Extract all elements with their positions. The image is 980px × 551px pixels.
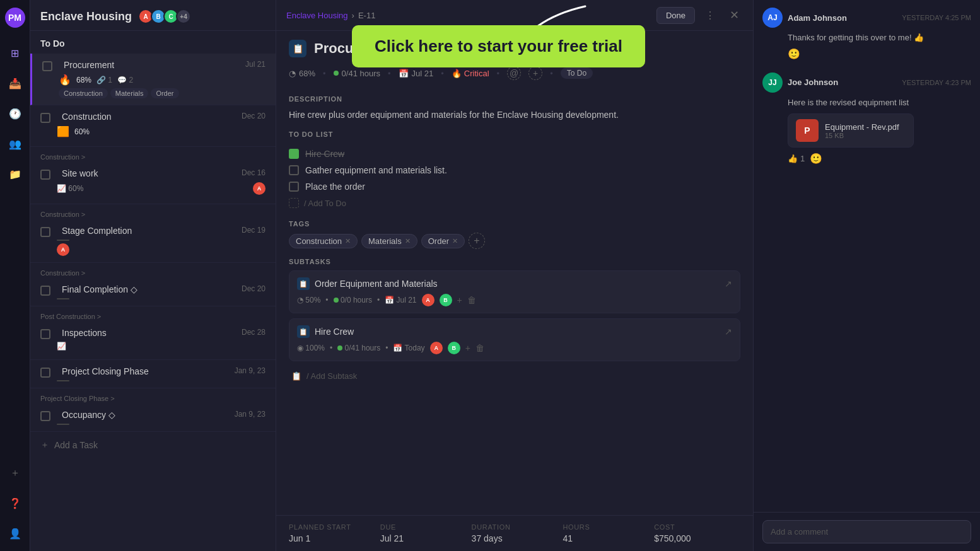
todo-list: Hire Crew Gather equipment and materials… bbox=[289, 146, 740, 211]
todo-item-hire-crew: Hire Crew bbox=[289, 146, 740, 162]
subtask-add-1[interactable]: + bbox=[457, 295, 462, 305]
todo-cb-hire-crew[interactable] bbox=[289, 149, 299, 159]
add-task-icon: ＋ bbox=[40, 439, 49, 451]
progress-construction: 60% bbox=[74, 127, 90, 136]
attachment-card[interactable]: P Equipment - Rev.pdf 15 KB bbox=[788, 113, 914, 148]
task-item-stage-completion[interactable]: Stage Completion Dec 19 A bbox=[30, 219, 276, 263]
attach-info: Equipment - Rev.pdf 15 KB bbox=[825, 122, 899, 139]
subtask-delete-1[interactable]: 🗑 bbox=[467, 295, 476, 305]
todo-item-gather: Gather equipment and materials list. bbox=[289, 162, 740, 178]
task-date-construction: Dec 20 bbox=[242, 112, 265, 120]
nav-inbox[interactable]: 📥 bbox=[5, 73, 25, 93]
task-name-inspections: Inspections bbox=[62, 328, 242, 338]
comment-time-adam: YESTERDAY 4:25 PM bbox=[902, 14, 971, 21]
nav-help[interactable]: ❓ bbox=[5, 493, 25, 513]
comment-input[interactable] bbox=[762, 520, 971, 543]
todo-text-hire-crew: Hire Crew bbox=[305, 149, 344, 159]
task-date-project-closing: Jan 9, 23 bbox=[235, 366, 265, 375]
meta-hours: 0/41 hours bbox=[334, 69, 380, 78]
detail-body: DESCRIPTION Hire crew plus order equipme… bbox=[276, 86, 753, 515]
tag-pill-order: Order ✕ bbox=[421, 234, 465, 248]
task-item-final-completion[interactable]: Final Completion ◇ Dec 20 bbox=[30, 278, 276, 306]
nav-clock[interactable]: 🕐 bbox=[5, 103, 25, 124]
task-item-occupancy[interactable]: Occupancy ◇ Jan 9, 23 bbox=[30, 403, 276, 432]
cta-banner[interactable]: Click here to start your free trial bbox=[352, 25, 645, 67]
task-checkbox-occupancy[interactable] bbox=[40, 411, 50, 421]
task-checkbox-site-work[interactable] bbox=[40, 170, 50, 180]
task-name-construction: Construction bbox=[62, 112, 242, 122]
remove-tag-order[interactable]: ✕ bbox=[452, 237, 458, 245]
task-checkbox-project-closing[interactable] bbox=[40, 368, 50, 378]
status-badge[interactable]: To Do bbox=[561, 67, 593, 79]
task-name-stage-completion: Stage Completion bbox=[62, 226, 242, 236]
calendar-icon: 📅 bbox=[399, 69, 409, 78]
progress-orange-icon: 🟧 bbox=[57, 125, 69, 137]
task-name-project-closing: Project Closing Phase bbox=[62, 366, 235, 376]
nav-home[interactable]: ⊞ bbox=[5, 43, 25, 63]
subtask-external-link-1[interactable]: ↗ bbox=[725, 279, 732, 289]
breadcrumb-id: E-11 bbox=[358, 11, 375, 20]
description-label: DESCRIPTION bbox=[289, 95, 740, 103]
task-panel: Enclave Housing A B C +4 To Do Procureme… bbox=[30, 0, 276, 551]
tag-pill-materials: Materials ✕ bbox=[361, 234, 417, 248]
nav-plus[interactable]: ＋ bbox=[5, 463, 25, 483]
subtask-delete-2[interactable]: 🗑 bbox=[475, 343, 484, 353]
emoji-react-adam[interactable]: 🙂 bbox=[788, 48, 800, 60]
comment-reactions-joe: 👍 1 🙂 bbox=[788, 153, 971, 165]
assignee-plus[interactable]: @ bbox=[507, 66, 521, 80]
subtask-order-equipment: 📋 Order Equipment and Materials ↗ ◔ 50% … bbox=[289, 270, 740, 313]
remove-tag-materials[interactable]: ✕ bbox=[405, 237, 411, 245]
todo-text-place-order: Place the order bbox=[305, 182, 365, 192]
add-meta[interactable]: + bbox=[528, 66, 542, 80]
task-item-procurement[interactable]: Procurement Jul 21 🔥 68% 🔗 1 💬 2 Constru… bbox=[30, 54, 276, 105]
footer-hours: HOURS 41 bbox=[563, 523, 649, 543]
meta-progress: ◔ 68% bbox=[289, 69, 315, 78]
task-checkbox-final-completion[interactable] bbox=[40, 286, 50, 296]
subtask-add-2[interactable]: + bbox=[465, 343, 470, 353]
subtask-title-2: Hire Crew bbox=[315, 327, 354, 337]
nav-briefcase[interactable]: 📁 bbox=[5, 164, 25, 184]
comment-body-joe: Here is the revised equipment list bbox=[788, 96, 971, 109]
comment-avatar-adam: AJ bbox=[762, 8, 783, 28]
tags-label: TAGS bbox=[289, 220, 740, 228]
add-task-row[interactable]: ＋ Add a Task bbox=[30, 432, 276, 458]
add-todo[interactable]: / Add To Do bbox=[289, 195, 740, 211]
todo-cb-gather[interactable] bbox=[289, 165, 299, 175]
subtask-meta-2: ◉ 100% • 0/41 hours • 📅 Today A B + 🗑 bbox=[297, 342, 732, 354]
comment-input-row bbox=[754, 512, 980, 551]
comment-author-joe: Joe Johnson bbox=[788, 78, 838, 87]
reaction-thumbs-up[interactable]: 👍 1 bbox=[788, 154, 805, 163]
comment-list: AJ Adam Johnson YESTERDAY 4:25 PM Thanks… bbox=[754, 0, 980, 512]
subtask-external-link-2[interactable]: ↗ bbox=[725, 327, 732, 337]
sub-header-construction-site: Construction > bbox=[30, 149, 276, 162]
task-checkbox-stage-completion[interactable] bbox=[40, 227, 50, 237]
todo-cb-place-order[interactable] bbox=[289, 182, 299, 192]
emoji-react-joe[interactable]: 🙂 bbox=[810, 153, 822, 165]
avatar-group: A B C +4 bbox=[138, 9, 191, 24]
task-item-inspections[interactable]: Inspections Dec 28 📈 bbox=[30, 322, 276, 360]
add-subtask[interactable]: 📋 / Add Subtask bbox=[289, 366, 740, 386]
footer-due: DUE Jul 21 bbox=[380, 523, 467, 543]
avatar-site-work: A bbox=[253, 182, 265, 195]
subtask-avatar-2b: B bbox=[448, 342, 460, 354]
nav-user[interactable]: 👤 bbox=[5, 523, 25, 543]
task-item-construction[interactable]: Construction Dec 20 🟧 60% bbox=[30, 105, 276, 147]
close-button[interactable]: ✕ bbox=[725, 6, 743, 24]
task-checkbox-inspections[interactable] bbox=[40, 329, 50, 339]
task-item-project-closing[interactable]: Project Closing Phase Jan 9, 23 bbox=[30, 360, 276, 388]
add-tag-button[interactable]: + bbox=[469, 233, 485, 249]
attach-name: Equipment - Rev.pdf bbox=[825, 122, 899, 132]
progress-site-work: 📈 60% bbox=[57, 184, 83, 193]
subtask-avatar-1b: B bbox=[440, 294, 452, 306]
task-item-site-work[interactable]: Site work Dec 16 📈 60% A bbox=[30, 162, 276, 204]
more-options-button[interactable]: ⋮ bbox=[701, 6, 719, 24]
task-name-final-completion: Final Completion ◇ bbox=[62, 284, 242, 294]
task-checkbox-construction[interactable] bbox=[40, 113, 50, 123]
nav-users[interactable]: 👥 bbox=[5, 134, 25, 154]
task-checkbox-procurement[interactable] bbox=[42, 61, 52, 71]
done-button[interactable]: Done bbox=[656, 7, 695, 24]
app-logo[interactable]: PM bbox=[5, 8, 25, 28]
breadcrumb-project[interactable]: Enclave Housing bbox=[286, 11, 348, 20]
add-todo-icon bbox=[289, 198, 299, 208]
remove-tag-construction[interactable]: ✕ bbox=[345, 237, 351, 245]
